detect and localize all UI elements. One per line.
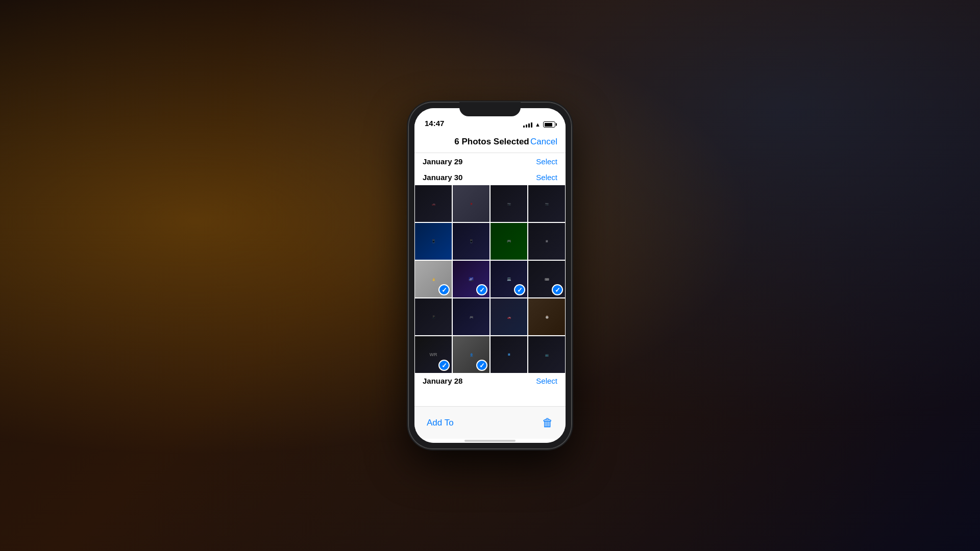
phone-wrapper: 14:47 ▲ 6 Photos Selecte bbox=[408, 102, 572, 449]
section-title-jan30: January 30 bbox=[423, 173, 462, 182]
grid-row-2: 📱 📱 🎮 🖥 bbox=[414, 222, 566, 260]
battery-icon bbox=[543, 121, 555, 128]
notch bbox=[459, 102, 521, 116]
cancel-button[interactable]: Cancel bbox=[530, 137, 557, 147]
wifi-icon: ▲ bbox=[535, 121, 541, 128]
trash-icon[interactable]: 🗑 bbox=[542, 416, 553, 430]
photo-17[interactable]: WR ✓ bbox=[414, 336, 452, 373]
home-indicator bbox=[414, 439, 566, 443]
photo-16[interactable]: ⌚ bbox=[528, 298, 566, 336]
section-title-jan29: January 29 bbox=[423, 157, 462, 166]
section-select-jan30[interactable]: Select bbox=[536, 173, 557, 182]
partial-section-select[interactable]: Select bbox=[536, 377, 557, 385]
grid-row-3: 🤚 ✓ 🌌 ✓ 💻 ✓ ⌨ ✓ bbox=[414, 260, 566, 298]
section-header-jan29: January 29 Select bbox=[414, 153, 566, 169]
photo-18[interactable]: 👤 ✓ bbox=[452, 336, 490, 373]
signal-bar-2 bbox=[526, 124, 527, 128]
nav-title: 6 Photos Selected bbox=[453, 137, 530, 147]
section-select-jan29[interactable]: Select bbox=[536, 157, 557, 166]
photo-8[interactable]: 🖥 bbox=[528, 222, 566, 260]
partial-section-title: January 28 bbox=[423, 377, 462, 385]
photo-9[interactable]: 🤚 ✓ bbox=[414, 260, 452, 298]
grid-row-4: 📱 🎮 🚗 ⌚ bbox=[414, 298, 566, 336]
photo-3[interactable]: 📷 bbox=[490, 185, 528, 222]
signal-bars-icon bbox=[523, 121, 532, 128]
partial-section-header: January 28 Select bbox=[414, 373, 566, 387]
photo-4[interactable]: 📷 bbox=[528, 185, 566, 222]
photo-19[interactable]: 🖥 bbox=[490, 336, 528, 373]
check-mark-9: ✓ bbox=[438, 284, 450, 295]
section-header-jan30: January 30 Select bbox=[414, 169, 566, 185]
signal-bar-4 bbox=[531, 122, 532, 128]
photo-15[interactable]: 🚗 bbox=[490, 298, 528, 336]
photo-14[interactable]: 🎮 bbox=[452, 298, 490, 336]
signal-bar-3 bbox=[528, 123, 530, 128]
check-mark-11: ✓ bbox=[514, 284, 525, 295]
check-mark-17: ✓ bbox=[438, 360, 450, 371]
signal-bar-1 bbox=[523, 126, 525, 128]
photo-20[interactable]: 📺 bbox=[528, 336, 566, 373]
bottom-toolbar: Add To 🗑 bbox=[414, 406, 566, 439]
status-icons: ▲ bbox=[523, 121, 555, 128]
photo-13[interactable]: 📱 bbox=[414, 298, 452, 336]
photo-5[interactable]: 📱 bbox=[414, 222, 452, 260]
photo-12[interactable]: ⌨ ✓ bbox=[528, 260, 566, 298]
check-mark-10: ✓ bbox=[476, 284, 487, 295]
check-mark-12: ✓ bbox=[552, 284, 563, 295]
grid-row-1: 🚗 ✈ 📷 📷 bbox=[414, 185, 566, 222]
photo-2[interactable]: ✈ bbox=[452, 185, 490, 222]
photo-7[interactable]: 🎮 bbox=[490, 222, 528, 260]
home-bar bbox=[464, 440, 516, 442]
check-mark-18: ✓ bbox=[476, 360, 487, 371]
add-to-button[interactable]: Add To bbox=[427, 418, 454, 428]
photo-1[interactable]: 🚗 bbox=[414, 185, 452, 222]
status-time: 14:47 bbox=[425, 119, 444, 128]
grid-row-5: WR ✓ 👤 ✓ 🖥 📺 bbox=[414, 336, 566, 373]
phone-frame: 14:47 ▲ 6 Photos Selecte bbox=[408, 102, 572, 449]
photo-6[interactable]: 📱 bbox=[452, 222, 490, 260]
photo-10[interactable]: 🌌 ✓ bbox=[452, 260, 490, 298]
photo-11[interactable]: 💻 ✓ bbox=[490, 260, 528, 298]
nav-bar: 6 Photos Selected Cancel bbox=[414, 131, 566, 153]
battery-fill bbox=[545, 123, 552, 127]
phone-screen: 14:47 ▲ 6 Photos Selecte bbox=[414, 108, 566, 443]
photo-grid: 🚗 ✈ 📷 📷 📱 bbox=[414, 185, 566, 406]
